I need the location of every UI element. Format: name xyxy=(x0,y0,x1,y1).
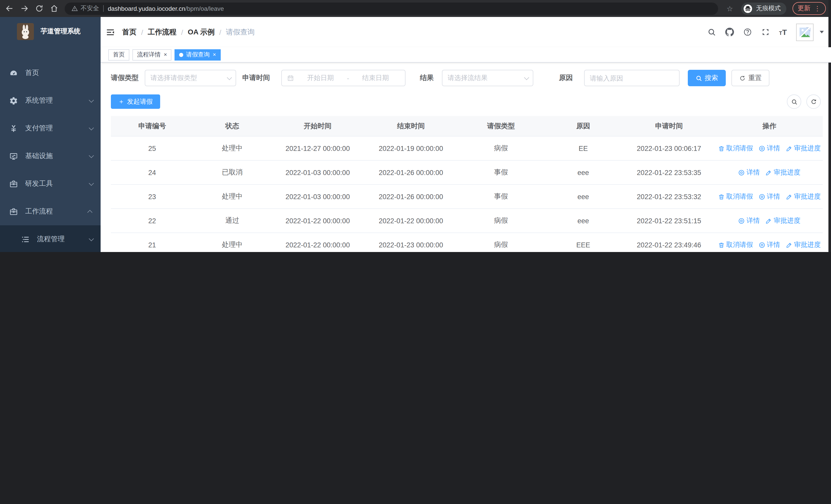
table-row: 24已取消2022-01-03 00:00:002022-01-26 00:00… xyxy=(111,161,823,185)
header-search-icon[interactable] xyxy=(707,28,716,36)
cell-actions: 取消请假详情审批进度 xyxy=(716,192,823,201)
cell-status: 通过 xyxy=(194,216,271,225)
cell-end: 2022-01-22 00:00:00 xyxy=(365,217,458,225)
search-icon xyxy=(791,98,797,105)
briefcase-icon xyxy=(9,179,18,188)
yen-icon xyxy=(9,124,18,133)
create-leave-button[interactable]: ＋ 发起请假 xyxy=(111,94,160,109)
view-icon xyxy=(738,169,745,176)
tab-流程详情[interactable]: 流程详情× xyxy=(133,49,172,60)
cell-end: 2022-01-19 00:00:00 xyxy=(365,145,458,152)
sidebar-item-6[interactable]: 流程管理 xyxy=(0,225,101,252)
sidebar-item-5[interactable]: 工作流程 xyxy=(0,198,101,225)
avatar-dropdown-caret[interactable] xyxy=(820,31,824,33)
detail-link[interactable]: 详情 xyxy=(758,144,780,153)
home-icon[interactable] xyxy=(50,4,58,13)
approval-progress-link[interactable]: 审批进度 xyxy=(786,144,821,153)
pen-icon xyxy=(786,241,793,248)
leave-type-select[interactable]: 请选择请假类型 xyxy=(145,70,236,86)
cell-type: 事假 xyxy=(458,168,544,177)
tab-请假查询[interactable]: 请假查询× xyxy=(175,49,221,60)
sidebar-item-label: 基础设施 xyxy=(25,151,89,161)
address-bar[interactable]: 不安全 dashboard.yudao.iocoder.cn/bpm/oa/le… xyxy=(65,2,718,14)
cell-end: 2022-01-26 00:00:00 xyxy=(365,193,458,200)
window-scrollbar[interactable] xyxy=(828,0,831,252)
approval-progress-link[interactable]: 审批进度 xyxy=(786,240,821,249)
font-size-icon[interactable]: TT xyxy=(779,27,787,37)
end-date-placeholder: 结束日期 xyxy=(351,73,400,83)
security-label: 不安全 xyxy=(81,4,99,13)
trash-icon xyxy=(718,145,725,152)
reset-button[interactable]: 重置 xyxy=(732,70,769,86)
github-icon[interactable] xyxy=(725,28,734,36)
breadcrumb-separator: / xyxy=(219,28,221,36)
search-form: 请假类型 请选择请假类型 申请时间 开始日期 - 结束日期 结果 请选择流结果 xyxy=(111,70,823,86)
divider xyxy=(103,5,104,12)
sidebar-item-2[interactable]: 支付管理 xyxy=(0,114,101,142)
cell-start: 2021-12-27 00:00:00 xyxy=(271,145,364,152)
detail-link[interactable]: 详情 xyxy=(758,192,780,201)
close-icon[interactable]: × xyxy=(213,52,216,58)
active-dot xyxy=(179,53,183,57)
cancel-leave-link[interactable]: 取消请假 xyxy=(718,192,753,201)
approval-progress-link[interactable]: 审批进度 xyxy=(766,168,800,177)
pen-icon xyxy=(766,169,772,176)
detail-link[interactable]: 详情 xyxy=(758,240,780,249)
result-select[interactable]: 请选择流结果 xyxy=(442,70,533,86)
apply-time-label: 申请时间 xyxy=(242,73,270,83)
sidebar-item-label: 支付管理 xyxy=(25,124,89,133)
forward-icon[interactable] xyxy=(20,4,29,13)
reload-icon[interactable] xyxy=(35,4,44,13)
chevron-down-icon xyxy=(89,180,94,185)
chevron-down-icon xyxy=(524,75,529,80)
sidebar-item-label: 流程管理 xyxy=(37,235,89,244)
breadcrumb-item[interactable]: OA 示例 xyxy=(188,27,215,37)
cell-type: 病假 xyxy=(458,144,544,153)
sidebar-item-4[interactable]: 研发工具 xyxy=(0,170,101,198)
sidebar-item-3[interactable]: 基础设施 xyxy=(0,142,101,170)
browser-update-button[interactable]: 更新 ⋮ xyxy=(793,2,826,15)
cell-actions: 详情审批进度 xyxy=(716,216,823,225)
browser-menu-icon[interactable]: ⋮ xyxy=(814,5,821,12)
help-icon[interactable] xyxy=(743,28,752,36)
detail-link[interactable]: 详情 xyxy=(738,168,760,177)
sidebar-item-1[interactable]: 系统管理 xyxy=(0,87,101,114)
bookmark-star-icon[interactable]: ☆ xyxy=(726,4,733,12)
not-secure-warning[interactable]: 不安全 xyxy=(71,4,99,13)
sidebar-item-label: 系统管理 xyxy=(25,96,89,105)
tab-首页[interactable]: 首页 xyxy=(108,49,130,60)
sidebar-item-0[interactable]: 首页 xyxy=(0,59,101,87)
cell-actions: 详情审批进度 xyxy=(716,168,823,177)
browser-window: 不安全 dashboard.yudao.iocoder.cn/bpm/oa/le… xyxy=(0,0,831,252)
refresh-table-button[interactable] xyxy=(806,94,821,109)
cell-actions: 取消请假详情审批进度 xyxy=(716,240,823,249)
breadcrumb-item[interactable]: 工作流程 xyxy=(148,27,177,37)
approval-progress-link[interactable]: 审批进度 xyxy=(766,216,800,225)
back-icon[interactable] xyxy=(5,4,14,13)
chevron-down-icon xyxy=(227,75,232,80)
column-header: 请假类型 xyxy=(458,121,544,130)
breadcrumb-separator: / xyxy=(141,28,143,36)
cancel-leave-link[interactable]: 取消请假 xyxy=(718,240,753,249)
cell-reason: eee xyxy=(544,217,622,225)
table-row: 25处理中2021-12-27 00:00:002022-01-19 00:00… xyxy=(111,137,823,161)
close-icon[interactable]: × xyxy=(164,52,167,58)
approval-progress-link[interactable]: 审批进度 xyxy=(786,192,821,201)
cell-status: 已取消 xyxy=(194,168,271,177)
reason-input[interactable] xyxy=(584,70,680,86)
fullscreen-icon[interactable] xyxy=(761,28,770,36)
search-button[interactable]: 搜索 xyxy=(688,70,726,86)
user-avatar[interactable] xyxy=(796,23,813,41)
detail-link[interactable]: 详情 xyxy=(738,216,760,225)
sidebar-toggle-icon[interactable] xyxy=(106,27,115,37)
cell-type: 病假 xyxy=(458,240,544,249)
toggle-search-button[interactable] xyxy=(787,94,801,109)
breadcrumb-item[interactable]: 首页 xyxy=(122,27,137,37)
cell-type: 病假 xyxy=(458,216,544,225)
cell-status: 处理中 xyxy=(194,144,271,153)
apply-time-range-picker[interactable]: 开始日期 - 结束日期 xyxy=(281,70,405,86)
cell-applied: 2022-01-22 23:53:35 xyxy=(622,169,716,176)
sidebar-item-label: 首页 xyxy=(25,68,92,78)
monitor-icon xyxy=(9,151,18,161)
cancel-leave-link[interactable]: 取消请假 xyxy=(718,144,753,153)
